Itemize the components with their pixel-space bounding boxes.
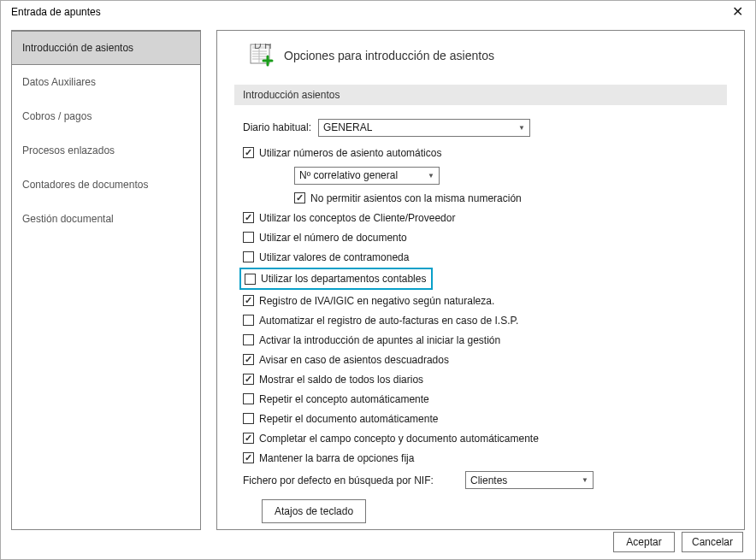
sidebar-item-label: Gestión documental [22, 213, 114, 225]
checkbox-activar-intro[interactable] [243, 334, 254, 345]
sidebar-item-contadores[interactable]: Contadores de documentos [12, 168, 200, 202]
sidebar-item-label: Datos Auxiliares [22, 76, 96, 88]
chevron-down-icon: ▼ [428, 172, 434, 180]
checkbox-barra-fija[interactable] [243, 452, 254, 463]
checkbox-rep-doc[interactable] [243, 413, 254, 424]
shortcuts-button[interactable]: Atajos de teclado [262, 499, 366, 523]
checkbox-num-doc[interactable] [243, 232, 254, 243]
checkbox-rep-concepto[interactable] [243, 393, 254, 404]
checkbox-label: Utilizar valores de contramoneda [259, 251, 409, 263]
content-pane: D H Opciones para introducción de asient… [216, 30, 745, 530]
title-bar: Entrada de apuntes ✕ [1, 1, 755, 23]
section-header: Introducción asientos [234, 85, 727, 105]
checkbox-label: Mantener la barra de opciones fija [259, 452, 414, 464]
diario-select[interactable]: GENERAL ▼ [318, 119, 530, 137]
sidebar-item-label: Contadores de documentos [22, 179, 148, 191]
checkbox-auto-num[interactable] [243, 147, 254, 158]
checkbox-auto-isp[interactable] [243, 315, 254, 326]
cancel-button[interactable]: Cancelar [682, 532, 743, 552]
checkbox-label: Repetir el concepto automáticamente [259, 393, 429, 405]
checkbox-saldo-diarios[interactable] [243, 374, 254, 385]
checkbox-label: Activar la introducción de apuntes al in… [259, 334, 500, 346]
checkbox-label: Automatizar el registro de auto-facturas… [259, 315, 518, 327]
sidebar-item-label: Cobros / pagos [22, 110, 92, 122]
page-title: Opciones para introducción de asientos [284, 49, 494, 62]
svg-text:D  H: D H [254, 44, 272, 51]
sidebar-item-label: Procesos enlazados [22, 144, 115, 156]
checkbox-label: Utilizar números de asiento automáticos [259, 147, 441, 159]
checkbox-departamentos[interactable] [245, 274, 256, 285]
checkbox-label: No permitir asientos con la misma numera… [310, 192, 522, 204]
sidebar-item-label: Introducción de asientos [22, 42, 133, 54]
checkbox-label: Avisar en caso de asientos descuadrados [259, 354, 449, 366]
checkbox-label: Mostrar el saldo de todos los diarios [259, 374, 423, 386]
checkbox-label: Utilizar los departamentos contables [261, 273, 426, 285]
sidebar: Introducción de asientos Datos Auxiliare… [11, 30, 201, 530]
diario-label: Diario habitual: [243, 121, 318, 133]
diario-value: GENERAL [323, 121, 372, 133]
highlighted-option: Utilizar los departamentos contables [239, 268, 433, 290]
checkbox-avisar-desc[interactable] [243, 354, 254, 365]
accept-button[interactable]: Aceptar [613, 532, 675, 552]
sidebar-item-procesos[interactable]: Procesos enlazados [12, 133, 200, 168]
sidebar-item-introduccion[interactable]: Introducción de asientos [12, 31, 200, 65]
nif-select[interactable]: Clientes ▼ [465, 471, 594, 489]
sidebar-item-datos-aux[interactable]: Datos Auxiliares [12, 65, 200, 99]
checkbox-label: Utilizar los conceptos de Cliente/Provee… [259, 212, 455, 224]
checkbox-iva-neg[interactable] [243, 295, 254, 306]
checkbox-no-dup[interactable] [294, 192, 305, 203]
correlativo-value: Nº correlativo general [299, 169, 398, 181]
correlativo-select[interactable]: Nº correlativo general ▼ [294, 167, 440, 185]
nif-label: Fichero por defecto en búsqueda por NIF: [243, 475, 465, 486]
checkbox-conceptos-cp[interactable] [243, 212, 254, 223]
dialog-footer: Aceptar Cancelar [1, 530, 755, 559]
chevron-down-icon: ▼ [518, 124, 525, 132]
checkbox-label: Completar el campo concepto y documento … [259, 433, 539, 445]
close-icon[interactable]: ✕ [727, 3, 748, 21]
checkbox-label: Repetir el documento automáticamente [259, 413, 438, 425]
sidebar-item-cobros[interactable]: Cobros / pagos [12, 99, 200, 133]
page-icon: D H [250, 44, 274, 68]
chevron-down-icon: ▼ [582, 476, 588, 484]
sidebar-item-gestion[interactable]: Gestión documental [12, 202, 200, 236]
nif-value: Clientes [470, 475, 507, 486]
checkbox-label: Registro de IVA/IGIC en negativo según n… [259, 295, 494, 307]
checkbox-label: Utilizar el número de documento [259, 232, 407, 244]
window-title: Entrada de apuntes [11, 6, 101, 18]
checkbox-completar-auto[interactable] [243, 433, 254, 444]
checkbox-contramoneda[interactable] [243, 251, 254, 262]
